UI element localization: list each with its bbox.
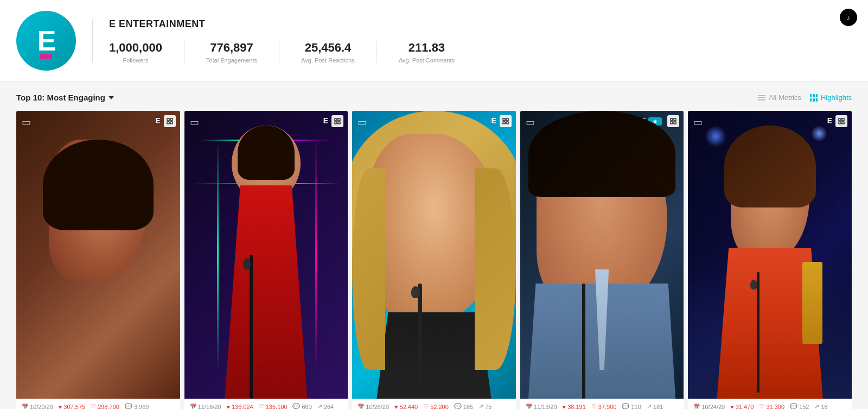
comment-icon-1: 💬 xyxy=(125,403,132,409)
expand-icon-3[interactable] xyxy=(500,115,512,127)
svg-rect-16 xyxy=(839,118,841,121)
svg-rect-14 xyxy=(671,122,673,124)
card-image-4: ★ E ▭ xyxy=(520,111,684,399)
svg-rect-6 xyxy=(335,122,337,124)
card-image-3: E ▭ xyxy=(352,111,516,399)
video-icon-2: ▭ xyxy=(190,116,199,128)
post-card-5[interactable]: E ▭ 📅 10/24/20 ♥ 31,470 ♡ 31,300 xyxy=(688,111,852,409)
e-brand-5: E xyxy=(827,116,832,125)
highlights-grid-icon xyxy=(810,94,818,102)
logo-letter: E xyxy=(37,24,55,57)
post-card-4[interactable]: ★ E ▭ 📅 11/13/20 ♥ 38,191 xyxy=(520,111,684,409)
card-image-5: E ▭ xyxy=(688,111,852,399)
top10-dropdown[interactable]: Top 10: Most Engaging xyxy=(16,93,114,102)
card-reactions-3: ♥ 52,440 xyxy=(394,404,418,410)
post-card-1[interactable]: E ▭ 📅 10/20/20 ♥ 307,575 ♡ 298,700 xyxy=(16,111,180,409)
svg-rect-7 xyxy=(338,122,340,124)
svg-rect-9 xyxy=(506,118,508,121)
post-card-2[interactable]: E ▭ 📅 11/16/20 ♥ 136,024 ♡ 135,100 xyxy=(184,111,348,409)
grid-lines-icon xyxy=(758,95,765,100)
card-likes-1: ♡ 298,700 xyxy=(91,403,119,409)
share-icon-2: ↗ xyxy=(317,403,322,409)
calendar-icon-2: 📅 xyxy=(190,404,196,409)
metric-engagements: 776,897 Total Engagements xyxy=(184,41,279,64)
svg-rect-5 xyxy=(338,118,340,121)
svg-rect-19 xyxy=(842,122,844,124)
channel-name: E ENTERTAINMENT xyxy=(109,18,476,30)
comment-icon-5: 💬 xyxy=(790,403,797,409)
card-footer-4: 📅 11/13/20 ♥ 38,191 ♡ 37,900 💬 110 xyxy=(520,399,684,409)
engagements-label: Total Engagements xyxy=(206,57,257,64)
card-reactions-2: ♥ 136,024 xyxy=(226,404,253,410)
card-date-5: 📅 10/24/20 xyxy=(693,404,725,410)
share-icon-4: ↗ xyxy=(647,403,652,409)
share-icon-5: ↗ xyxy=(814,403,819,409)
card-likes-5: ♡ 31,300 xyxy=(759,403,784,409)
svg-rect-8 xyxy=(503,118,505,121)
card-overlay-5 xyxy=(835,115,847,127)
engagements-value: 776,897 xyxy=(206,41,257,55)
e-brand-1: E xyxy=(155,116,160,125)
expand-icon-5[interactable] xyxy=(835,115,847,127)
card-date-2: 📅 11/16/20 xyxy=(190,404,221,410)
followers-label: Followers xyxy=(109,57,162,64)
e-brand-2: E xyxy=(323,116,328,125)
like-icon-2: ♡ xyxy=(259,403,264,409)
svg-rect-2 xyxy=(167,122,169,124)
followers-value: 1,000,000 xyxy=(109,41,162,55)
chevron-down-icon xyxy=(108,96,114,99)
card-shares-4: ↗ 181 xyxy=(647,403,663,409)
card-comments-5: 💬 152 xyxy=(790,403,809,409)
all-metrics-toggle[interactable]: All Metrics xyxy=(758,93,801,102)
post-card-3[interactable]: E ▭ 📅 10/26/20 ♥ 52,440 ♡ 52,200 xyxy=(352,111,516,409)
card-footer-5: 📅 10/24/20 ♥ 31,470 ♡ 31,300 💬 152 xyxy=(688,399,852,409)
card-image-2: E ▭ xyxy=(184,111,348,399)
card-comments-1: 💬 3,969 xyxy=(125,403,149,409)
share-icon-3: ↗ xyxy=(478,403,483,409)
calendar-icon-3: 📅 xyxy=(358,404,364,409)
card-image-1: E ▭ xyxy=(16,111,180,399)
svg-rect-18 xyxy=(839,122,841,124)
svg-rect-11 xyxy=(506,122,508,124)
tiktok-logo: ♪ xyxy=(847,14,851,22)
svg-rect-13 xyxy=(674,118,676,121)
metric-avg-comments: 211.83 Avg. Post Comments xyxy=(377,41,476,64)
card-comments-2: 💬 660 xyxy=(292,403,311,409)
video-icon-1: ▭ xyxy=(22,116,31,128)
heart-icon-5: ♥ xyxy=(730,404,734,410)
like-icon-3: ♡ xyxy=(423,403,429,409)
heart-icon-3: ♥ xyxy=(394,404,398,410)
metrics-row: 1,000,000 Followers 776,897 Total Engage… xyxy=(109,41,476,64)
logo-accent-bar xyxy=(40,54,52,59)
calendar-icon-5: 📅 xyxy=(693,404,700,409)
card-comments-3: 💬 165 xyxy=(454,403,473,409)
avg-reactions-label: Avg. Post Reactions xyxy=(301,57,355,64)
card-date-3: 📅 10/26/20 xyxy=(358,404,389,410)
comment-icon-3: 💬 xyxy=(454,403,462,409)
avg-comments-label: Avg. Post Comments xyxy=(399,57,455,64)
channel-logo: E xyxy=(16,11,76,71)
card-date-4: 📅 11/13/20 xyxy=(526,404,557,410)
like-icon-5: ♡ xyxy=(759,403,764,409)
expand-icon-1[interactable] xyxy=(164,115,176,127)
highlights-toggle[interactable]: Highlights xyxy=(810,93,852,102)
heart-icon-1: ♥ xyxy=(59,404,62,410)
like-icon-4: ♡ xyxy=(591,403,597,409)
card-likes-3: ♡ 52,200 xyxy=(423,403,449,409)
svg-rect-3 xyxy=(170,122,173,124)
tiktok-icon[interactable]: ♪ xyxy=(840,9,857,26)
card-shares-2: ↗ 264 xyxy=(317,403,334,409)
heart-icon-4: ♥ xyxy=(563,404,566,410)
video-icon-4: ▭ xyxy=(526,116,535,128)
comment-icon-2: 💬 xyxy=(292,403,300,409)
view-toggle: All Metrics Highlights xyxy=(758,93,852,102)
card-footer-2: 📅 11/16/20 ♥ 136,024 ♡ 135,100 💬 660 xyxy=(184,399,348,409)
highlights-label: Highlights xyxy=(821,93,852,102)
expand-icon-2[interactable] xyxy=(331,115,343,127)
card-footer-3: 📅 10/26/20 ♥ 52,440 ♡ 52,200 💬 165 xyxy=(352,399,516,409)
expand-icon-4[interactable] xyxy=(667,115,679,127)
avg-reactions-value: 25,456.4 xyxy=(301,41,355,55)
card-likes-4: ♡ 37,900 xyxy=(591,403,617,409)
metric-followers: 1,000,000 Followers xyxy=(109,41,184,64)
svg-rect-12 xyxy=(671,118,673,121)
